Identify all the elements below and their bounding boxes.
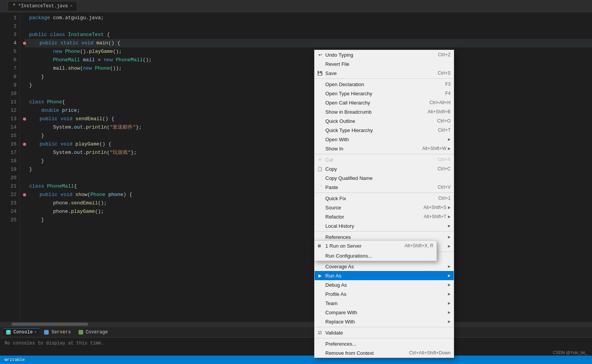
context-menu[interactable]: ↩Undo TypingCtrl+ZRevert File💾SaveCtrl+S…	[314, 50, 454, 358]
code-token: {	[74, 182, 77, 191]
empty-icon	[317, 309, 323, 315]
code-token: ) {	[123, 191, 132, 199]
code-line[interactable]: PhoneMall mall = new PhoneMall();	[25, 56, 592, 64]
menu-item-team[interactable]: Team▶	[315, 299, 454, 308]
code-line[interactable]: System.out.println("发送邮件"};	[25, 123, 592, 132]
menu-item-local-history[interactable]: Local History▶	[315, 221, 454, 230]
code-line[interactable]: public class InstanceTest {	[25, 31, 592, 39]
breakpoint-marker[interactable]	[23, 118, 26, 121]
breakpoint-marker[interactable]	[23, 143, 26, 146]
code-line[interactable]: }	[25, 81, 592, 90]
menu-item-quick-fix[interactable]: Quick FixCtrl+1	[315, 194, 454, 203]
code-token: "发送邮件"	[110, 123, 136, 132]
editor-tab[interactable]: * *InstanceTest.java ×	[8, 1, 77, 11]
menu-item-open-call-hierarchy[interactable]: Open Call HierarchyCtrl+Alt+H	[315, 98, 454, 107]
code-line[interactable]: }	[25, 165, 592, 174]
code-line[interactable]: public void playGame() {	[25, 140, 592, 149]
bottom-tab-servers[interactable]: Servers	[41, 329, 74, 336]
code-token: (	[107, 149, 110, 157]
menu-item-debug-as[interactable]: Debug As▶	[315, 280, 454, 289]
code-token: sendEmail	[75, 115, 102, 123]
code-line[interactable]: }	[25, 73, 592, 81]
code-token: void	[61, 115, 75, 123]
code-line[interactable]	[25, 90, 592, 98]
breakpoint-marker[interactable]	[23, 193, 26, 196]
menu-item-show-in-breadcrumb[interactable]: Show in BreadcrumbAlt+Shift+B	[315, 107, 454, 116]
empty-icon	[317, 195, 323, 201]
menu-item-quick-outline[interactable]: Quick OutlineCtrl+O	[315, 116, 454, 126]
submenu-item-run-configurations[interactable]: Run Configurations...	[315, 251, 436, 261]
menu-item-validate[interactable]: ☑Validate	[315, 328, 454, 337]
menu-item-paste[interactable]: 📄PasteCtrl+V	[315, 183, 454, 192]
menu-item-label: Quick Outline	[325, 118, 430, 124]
code-line[interactable]: class Phone{	[25, 98, 592, 106]
menu-item-shortcut: Alt+Shift+B	[428, 109, 451, 114]
bottom-tab-label: Coverage	[86, 330, 108, 335]
menu-item-copy-qualified-name[interactable]: Copy Qualified Name	[315, 173, 454, 183]
console-empty-message: No consoles to display at this time.	[5, 341, 104, 346]
code-line[interactable]	[25, 174, 592, 182]
code-line[interactable]: double price;	[25, 106, 592, 115]
menu-item-refactor[interactable]: RefactorAlt+Shift+T▶	[315, 212, 454, 221]
code-token: ();	[143, 56, 152, 64]
code-token: PhoneMall	[116, 56, 143, 64]
bottom-tab-console[interactable]: >Console ×	[3, 328, 39, 336]
scrollbar-thumb[interactable]	[11, 323, 88, 326]
line-number: 22	[5, 191, 16, 199]
line-number: 12	[5, 106, 16, 115]
copy-icon: 📋	[317, 166, 323, 172]
menu-item-label: Preferences...	[325, 341, 451, 347]
code-line[interactable]: package com.atguigu.java;	[25, 14, 592, 22]
menu-item-shortcut: F3	[445, 82, 451, 87]
menu-item-show-in[interactable]: Show InAlt+Shift+W▶	[315, 144, 454, 153]
bottom-tab-close[interactable]: ×	[34, 330, 36, 335]
menu-item-coverage-as[interactable]: Coverage As▶	[315, 262, 454, 271]
menu-item-open-type-hierarchy[interactable]: Open Type HierarchyF4	[315, 89, 454, 98]
menu-item-revert-file[interactable]: Revert File	[315, 59, 454, 69]
breakpoint-marker[interactable]	[23, 42, 26, 45]
menu-item-undo-typing[interactable]: ↩Undo TypingCtrl+Z	[315, 50, 454, 59]
code-content[interactable]: package com.atguigu.java; public class I…	[20, 12, 592, 322]
bottom-tab-coverage[interactable]: Coverage	[75, 329, 111, 336]
horizontal-scrollbar[interactable]	[0, 322, 592, 326]
menu-separator	[315, 327, 454, 327]
code-token: println	[86, 149, 107, 157]
code-line[interactable]: new Phone().playGame();	[25, 47, 592, 56]
code-line[interactable]: class PhoneMall{	[25, 182, 592, 191]
tab-close[interactable]: ×	[70, 4, 72, 8]
menu-item-replace-with[interactable]: Replace With▶	[315, 317, 454, 326]
code-line[interactable]: }	[25, 157, 592, 165]
code-line[interactable]: public void sendEmail() {	[25, 115, 592, 123]
submenu-item-label: 1 Run on Server	[325, 243, 401, 249]
code-line[interactable]: }	[25, 216, 592, 224]
code-line[interactable]: System.out.println("玩游戏"};	[25, 149, 592, 157]
submenu-item-label: Run Configurations...	[325, 253, 433, 259]
code-token: double	[29, 106, 62, 115]
menu-item-open-with[interactable]: Open With▶	[315, 135, 454, 144]
code-line[interactable]	[25, 22, 592, 31]
menu-item-cut[interactable]: ✂CutCtrl+X	[315, 155, 454, 164]
menu-item-label: Validate	[325, 330, 451, 336]
code-line[interactable]: }	[25, 132, 592, 140]
code-line[interactable]: public void show(Phone phone) {	[25, 191, 592, 199]
modified-dot: *	[13, 3, 16, 9]
menu-item-source[interactable]: SourceAlt+Shift+S▶	[315, 203, 454, 212]
menu-item-remove-from-context[interactable]: Remove from ContextCtrl+Alt+Shift+Down	[315, 348, 454, 357]
menu-item-copy[interactable]: 📋CopyCtrl+C	[315, 164, 454, 173]
empty-icon	[317, 100, 323, 106]
submenu-item-run-on-server[interactable]: 🖥1 Run on ServerAlt+Shift+X, R	[315, 241, 436, 251]
menu-item-quick-type-hierarchy[interactable]: Quick Type HierarchyCtrl+T	[315, 126, 454, 135]
menu-item-open-declaration[interactable]: Open DeclarationF3	[315, 80, 454, 89]
code-line[interactable]: phone.sendEmail();	[25, 199, 592, 207]
menu-item-preferences[interactable]: Preferences...	[315, 339, 454, 348]
run-as-submenu[interactable]: 🖥1 Run on ServerAlt+Shift+X, RRun Config…	[314, 240, 437, 261]
menu-item-compare-with[interactable]: Compare With▶	[315, 308, 454, 317]
code-line[interactable]: mall.show(new Phone());	[25, 64, 592, 73]
line-number: 24	[5, 207, 16, 216]
menu-item-save[interactable]: 💾SaveCtrl+S	[315, 69, 454, 78]
code-line[interactable]: public static void main() {	[25, 39, 592, 47]
menu-item-shortcut: F4	[445, 91, 451, 96]
menu-item-run-as[interactable]: ▶Run As▶	[315, 271, 454, 280]
menu-item-profile-as[interactable]: Profile As▶	[315, 289, 454, 299]
code-line[interactable]: phone.playGame();	[25, 207, 592, 216]
